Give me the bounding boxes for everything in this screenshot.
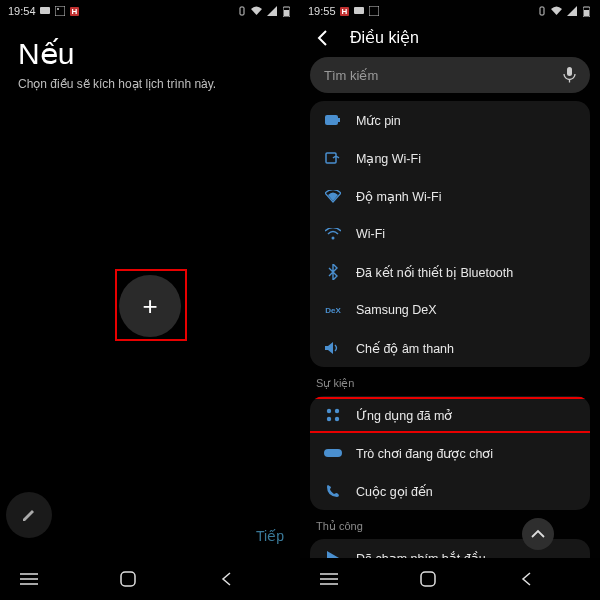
mic-icon[interactable] [563,67,576,83]
nav-home[interactable] [120,571,180,587]
bluetooth-icon [324,263,342,281]
row-label: Đã kết nối thiết bị Bluetooth [356,265,513,280]
image-icon [55,6,66,17]
nav-recent[interactable] [320,572,380,586]
page-subtitle: Chọn điều sẽ kích hoạt lịch trình này. [18,77,282,91]
screen-if: 19:54 H Nếu Chọn điều sẽ kích hoạt lịch … [0,0,300,600]
apps-icon [324,406,342,424]
screen-conditions: 19:55 H Điều kiện Tìm kiếm Mức pin [300,0,600,600]
scroll-top-fab[interactable] [522,518,554,550]
condition-battery[interactable]: Mức pin [310,101,590,139]
svg-rect-11 [369,6,379,16]
row-label: Samsung DeX [356,303,437,317]
svg-rect-18 [338,118,340,122]
wifi-status-icon [251,6,262,17]
signal-icon [266,6,277,17]
svg-point-22 [335,409,339,413]
svg-rect-29 [421,572,435,586]
condition-sound-mode[interactable]: Chế độ âm thanh [310,329,590,367]
condition-wifi-strength[interactable]: Độ mạnh Wi-Fi [310,177,590,215]
status-time: 19:54 [8,5,36,17]
svg-point-2 [57,8,59,10]
svg-rect-15 [567,67,572,76]
nav-bar [0,558,300,600]
status-time: 19:55 [308,5,336,17]
svg-rect-19 [326,153,336,163]
next-button[interactable]: Tiếp [256,528,284,544]
nav-back[interactable] [220,572,280,586]
wifi-status-icon [551,6,562,17]
app-badge-icon: H [340,7,350,16]
chevron-left-icon [314,29,332,47]
row-label: Cuộc gọi đến [356,484,433,499]
message-icon [40,6,51,17]
dex-icon: DeX [324,301,342,319]
back-button[interactable] [314,29,332,47]
gamepad-icon [324,444,342,462]
battery-status-icon [281,6,292,17]
svg-point-20 [332,236,335,239]
svg-rect-1 [55,6,65,16]
edit-fab[interactable] [6,492,52,538]
signal-icon [566,6,577,17]
sound-icon [324,339,342,357]
svg-rect-12 [540,7,544,15]
svg-point-23 [327,417,331,421]
pencil-icon [21,507,37,523]
vibrate-icon [536,6,547,17]
row-label: Độ mạnh Wi-Fi [356,189,441,204]
phone-icon [324,482,342,500]
row-label: Ứng dụng đã mở [356,408,453,423]
condition-game-playing[interactable]: Trò chơi đang được chơi [310,434,590,472]
condition-app-opened[interactable]: Ứng dụng đã mở [310,396,590,434]
nav-home[interactable] [420,571,480,587]
vibrate-icon [236,6,247,17]
message-icon [353,6,364,17]
row-label: Chế độ âm thanh [356,341,454,356]
plus-icon: + [142,291,157,322]
battery-icon [324,111,342,129]
row-label: Wi-Fi [356,227,385,241]
svg-rect-5 [284,10,289,16]
status-bar: 19:55 H [300,0,600,22]
nav-recent[interactable] [20,572,80,586]
svg-rect-3 [240,7,244,15]
svg-rect-0 [40,7,50,14]
condition-wifi-network[interactable]: Mạng Wi-Fi [310,139,590,177]
app-badge-icon: H [70,7,80,16]
wifi-network-icon [324,149,342,167]
section-event-label: Sự kiện [310,375,590,396]
chevron-up-icon [531,529,545,539]
add-condition-button[interactable]: + [119,275,181,337]
condition-group-status: Mức pin Mạng Wi-Fi Độ mạnh Wi-Fi Wi-Fi Đ… [310,101,590,367]
nav-bar [300,558,600,600]
row-label: Mức pin [356,113,401,128]
condition-bluetooth[interactable]: Đã kết nối thiết bị Bluetooth [310,253,590,291]
svg-rect-14 [584,10,589,16]
nav-back[interactable] [520,572,580,586]
row-label: Mạng Wi-Fi [356,151,421,166]
condition-group-event: Ứng dụng đã mở Trò chơi đang được chơi C… [310,396,590,510]
status-bar: 19:54 H [0,0,300,22]
page-title: Nếu [18,36,282,71]
wifi-strength-icon [324,187,342,205]
search-input[interactable]: Tìm kiếm [310,57,590,93]
condition-wifi[interactable]: Wi-Fi [310,215,590,253]
svg-rect-17 [325,115,338,125]
svg-point-24 [335,417,339,421]
svg-point-21 [327,409,331,413]
search-placeholder: Tìm kiếm [324,68,378,83]
svg-rect-25 [324,449,342,457]
wifi-icon [324,225,342,243]
svg-rect-9 [121,572,135,586]
condition-incoming-call[interactable]: Cuộc gọi đến [310,472,590,510]
image-icon [368,6,379,17]
row-label: Trò chơi đang được chơi [356,446,493,461]
header-title: Điều kiện [350,28,419,47]
condition-dex[interactable]: DeX Samsung DeX [310,291,590,329]
battery-status-icon [581,6,592,17]
svg-rect-10 [354,7,364,14]
